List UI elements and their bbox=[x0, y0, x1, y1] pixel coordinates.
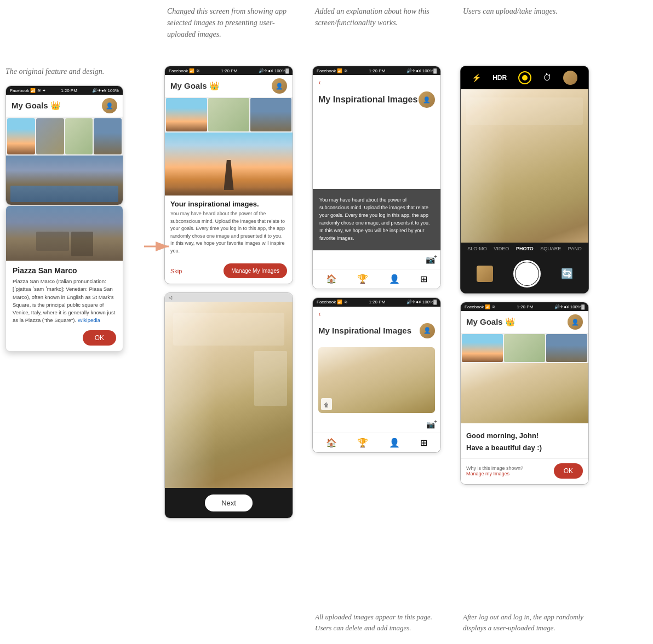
col3-bottom-nav: 🏠 🏆 👤 ⊞ bbox=[313, 269, 440, 289]
col3-nav-grid[interactable]: ⊞ bbox=[420, 274, 427, 284]
camera-avatar-icon bbox=[563, 71, 577, 85]
col2-kitchen-full bbox=[165, 302, 293, 488]
mode-pano[interactable]: PANO bbox=[568, 246, 582, 251]
col1-bottom-annotation bbox=[0, 606, 159, 639]
arrow-indicator bbox=[141, 235, 174, 260]
col3-explanation-box: You may have heard about the power of su… bbox=[313, 189, 440, 250]
next-button[interactable]: Next bbox=[205, 495, 253, 511]
original-phone-screen: Facebook 📶 ≋ ✦ 1:20 PM 🔊✈●¥ 100% My Goal… bbox=[5, 85, 123, 205]
col3-back-row: ‹ bbox=[313, 75, 440, 89]
collage-img-3 bbox=[65, 118, 93, 154]
col3-empty-area bbox=[313, 112, 440, 189]
col3-btm-camera-add: + 📷 bbox=[313, 417, 440, 433]
col4-btm-status-right: 🔊✈●¥ 100%▓ bbox=[554, 304, 585, 309]
status-left: Facebook 📶 ≋ ✦ bbox=[10, 88, 46, 93]
col4-screens: ⚡ HDR ⏱ SLO-MO VIDEO PHOTO bbox=[455, 63, 608, 521]
piazza-wiki-link[interactable]: Wikipedia bbox=[78, 317, 100, 323]
col2-screens: Facebook 📶 ≋ 1:20 PM 🔊✈●¥ 100%▓ My Goals… bbox=[159, 63, 307, 521]
col3-btm-camera-icon[interactable]: + 📷 bbox=[426, 421, 435, 429]
col4-why-label: Why is this image shown? bbox=[466, 465, 523, 471]
piazza-modal: Piazza San Marco Piazza San Marco (Itali… bbox=[5, 205, 123, 352]
timer-icon[interactable]: ⏱ bbox=[543, 73, 552, 83]
col4-btm-status-time: 1:20 PM bbox=[517, 304, 533, 309]
collage-img-2 bbox=[36, 118, 64, 154]
collage-img-4 bbox=[94, 118, 122, 154]
col3-back-chevron[interactable]: ‹ bbox=[318, 78, 321, 87]
col3-thumb-delete: 🗑 bbox=[321, 398, 332, 410]
col3-btm-back-chevron[interactable]: ‹ bbox=[318, 310, 321, 318]
col2-collage bbox=[165, 97, 293, 133]
original-avatar: 👤 bbox=[102, 98, 117, 113]
col2-bottom-annotation bbox=[159, 606, 307, 639]
col3-nav-trophy[interactable]: 🏆 bbox=[357, 274, 368, 284]
piazza-content: Piazza San Marco Piazza San Marco (Itali… bbox=[6, 261, 123, 351]
col3-btm-status-time: 1:20 PM bbox=[369, 300, 385, 304]
col3-btm-header: My Inspirational Images 👤 bbox=[313, 321, 440, 343]
col4-bottom-annotation: After log out and log in, the app random… bbox=[455, 606, 608, 639]
col2-top-status-time: 1:20 PM bbox=[221, 68, 237, 73]
col2-next-row: Next bbox=[165, 488, 293, 518]
camera-viewfinder bbox=[461, 89, 588, 243]
piazza-ok-button[interactable]: OK bbox=[83, 330, 116, 346]
col3-btm-status-right: 🔊✈●¥ 100%▓ bbox=[406, 300, 437, 304]
col4-goals-avatar: 👤 bbox=[568, 314, 583, 330]
camera-flip-icon[interactable]: 🔄 bbox=[561, 268, 573, 280]
original-app-title: My Goals 👑 bbox=[12, 101, 61, 111]
camera-top-bar: ⚡ HDR ⏱ bbox=[461, 66, 588, 89]
mode-square[interactable]: SQUARE bbox=[540, 246, 561, 251]
col2-top-screen: Facebook 📶 ≋ 1:20 PM 🔊✈●¥ 100%▓ My Goals… bbox=[164, 66, 293, 284]
col4-manage-link[interactable]: Manage my Images bbox=[466, 471, 523, 476]
col3-btm-status-left: Facebook 📶 ≋ bbox=[317, 300, 348, 304]
camera-last-photo[interactable] bbox=[477, 266, 493, 282]
col2-bottom-screen: ◁ Next bbox=[164, 292, 293, 519]
col1-content: The original feature and design. Faceboo… bbox=[0, 63, 159, 521]
col3-top-title: My Inspirational Images bbox=[318, 95, 417, 105]
col2-btm-status-left: ◁ bbox=[169, 295, 172, 300]
live-icon[interactable] bbox=[518, 71, 531, 84]
hdr-label[interactable]: HDR bbox=[492, 74, 507, 82]
col4-camera-screen: ⚡ HDR ⏱ SLO-MO VIDEO PHOTO bbox=[460, 66, 589, 294]
col2-top-status-left: Facebook 📶 ≋ bbox=[169, 68, 200, 73]
status-right: 🔊✈●¥ 100% bbox=[92, 88, 119, 93]
shutter-button[interactable] bbox=[513, 260, 541, 288]
col3-top-status-left: Facebook 📶 ≋ bbox=[317, 68, 348, 73]
mode-photo[interactable]: PHOTO bbox=[516, 246, 534, 251]
col3-btm-nav-home[interactable]: 🏠 bbox=[326, 438, 337, 448]
col2-top-avatar: 👤 bbox=[272, 78, 287, 94]
col4-collage bbox=[461, 333, 588, 363]
col3-nav-home[interactable]: 🏠 bbox=[326, 274, 337, 284]
col4-btm-status-left: Facebook 📶 ≋ bbox=[465, 304, 496, 309]
col3-kitchen-thumb: 🗑 bbox=[318, 347, 435, 413]
col3-camera-add-icon[interactable]: + 📷 bbox=[426, 255, 435, 264]
col3-btm-nav: 🏠 🏆 👤 ⊞ bbox=[313, 433, 440, 452]
col4-morning-section: Good morning, John! Have a beautiful day… bbox=[461, 423, 588, 458]
col3-btm-title: My Inspirational Images bbox=[318, 326, 411, 335]
col2-top-status-right: 🔊✈●¥ 100%▓ bbox=[259, 68, 289, 73]
collage-img-1 bbox=[7, 118, 35, 154]
col3-top-screen: Facebook 📶 ≋ 1:20 PM 🔊✈●¥ 100%▓ ‹ My Ins… bbox=[312, 66, 441, 289]
col3-btm-back-row: ‹ bbox=[313, 307, 440, 321]
manage-images-button[interactable]: Manage My Images bbox=[224, 263, 287, 278]
col3-btm-nav-grid[interactable]: ⊞ bbox=[420, 438, 427, 448]
col4-goals-screen: Facebook 📶 ≋ 1:20 PM 🔊✈●¥ 100%▓ My Goals… bbox=[460, 302, 589, 485]
col3-nav-user[interactable]: 👤 bbox=[389, 274, 400, 284]
col3-btm-nav-trophy[interactable]: 🏆 bbox=[357, 438, 368, 448]
original-venice-img bbox=[6, 156, 123, 205]
mode-slomo[interactable]: SLO-MO bbox=[467, 246, 487, 251]
col3-screens: Facebook 📶 ≋ 1:20 PM 🔊✈●¥ 100%▓ ‹ My Ins… bbox=[307, 63, 455, 521]
col4-kitchen-img bbox=[461, 363, 588, 423]
col4-manage-row: Why is this image shown? Manage my Image… bbox=[461, 458, 588, 484]
skip-button[interactable]: Skip bbox=[170, 268, 182, 274]
col3-bottom-screen: Facebook 📶 ≋ 1:20 PM 🔊✈●¥ 100%▓ ‹ My Ins… bbox=[312, 297, 441, 453]
col2-inspiration-body: You may have heard about the power of th… bbox=[165, 210, 293, 259]
flash-icon[interactable]: ⚡ bbox=[472, 73, 481, 83]
col3-btm-nav-user[interactable]: 👤 bbox=[389, 438, 400, 448]
col3-camera-add-row: + 📷 bbox=[313, 250, 440, 269]
piazza-image bbox=[6, 206, 123, 261]
col4-ok-button[interactable]: OK bbox=[554, 463, 583, 479]
col2-inspiration-title: Your inspirational images. bbox=[165, 196, 293, 210]
camera-modes-bar: SLO-MO VIDEO PHOTO SQUARE PANO bbox=[461, 243, 588, 255]
camera-bottom-controls: 🔄 bbox=[461, 255, 588, 293]
mode-video[interactable]: VIDEO bbox=[494, 246, 509, 251]
col2-paris-img bbox=[165, 133, 293, 196]
